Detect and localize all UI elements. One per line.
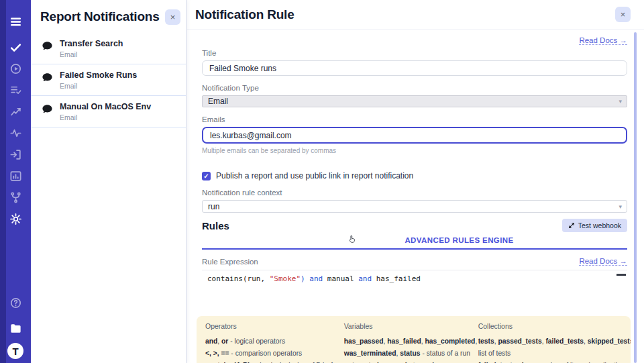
publish-report-label: Publish a report and use public link in …	[216, 171, 413, 180]
branch-icon[interactable]	[5, 187, 26, 208]
webhook-arrows-icon	[568, 222, 575, 229]
list-item[interactable]: Transfer SearchEmail	[31, 33, 186, 64]
emails-input[interactable]	[202, 127, 627, 144]
read-docs-link[interactable]: Read Docs →	[579, 257, 627, 266]
title-input[interactable]	[202, 60, 627, 76]
help-line: failed_tests.size - number of items in c…	[478, 360, 631, 363]
chevron-down-icon: ▾	[619, 98, 622, 105]
publish-report-checkbox-row[interactable]: ✓ Publish a report and use public link i…	[202, 171, 627, 180]
test-webhook-button[interactable]: Test webhook	[562, 219, 627, 232]
notification-title: Manual On MacOS Env	[60, 102, 151, 111]
help-line: has_passed, has_failed, has_completed,	[344, 335, 478, 348]
help-line: and, or - logical operators	[205, 335, 344, 348]
bar-chart-icon[interactable]	[5, 165, 26, 187]
rules-tab-bar: ADVANCED RULES ENGINE	[202, 233, 627, 250]
emails-helper-text: Multiple emails can be separated by comm…	[202, 147, 627, 154]
help-icon[interactable]	[5, 292, 26, 313]
notification-type-value: Email	[208, 97, 228, 106]
app-sidebar: T	[0, 0, 31, 363]
notification-subtitle: Email	[60, 50, 123, 58]
rule-context-select[interactable]: run ▾	[202, 200, 627, 213]
activity-icon[interactable]	[5, 122, 26, 144]
gear-icon[interactable]	[5, 208, 26, 229]
list-item[interactable]: Failed Smoke RunsEmail	[31, 64, 186, 96]
rule-expression-label: Rule Expression	[202, 258, 258, 266]
editor-scroll-dash	[616, 274, 626, 276]
notification-list: Transfer SearchEmailFailed Smoke RunsEma…	[31, 33, 186, 127]
play-circle-icon[interactable]	[5, 58, 26, 79]
help-column-header: Collections	[478, 322, 631, 330]
close-icon[interactable]: ×	[615, 7, 631, 22]
help-line: was_terminated, status - status of a run	[344, 348, 478, 360]
trending-steps-icon[interactable]	[5, 101, 26, 122]
expression-help-panel: Operatorsand, or - logical operators<, >…	[197, 316, 631, 363]
rule-expression-editor[interactable]: contains(run, "Smoke") and manual and ha…	[202, 270, 627, 316]
help-line: <, >, == - comparison operators	[205, 348, 344, 360]
panel-title: Report Notifications	[40, 9, 160, 24]
help-column-header: Variables	[344, 322, 478, 330]
help-column-header: Operators	[205, 322, 344, 330]
test-webhook-label: Test webhook	[578, 221, 621, 229]
help-column-operators: Operatorsand, or - logical operators<, >…	[205, 322, 344, 363]
tab-advanced-rules-engine[interactable]: ADVANCED RULES ENGINE	[405, 236, 513, 244]
list-item[interactable]: Manual On MacOS EnvEmail	[31, 96, 186, 127]
app-window: T Report Notifications × Transfer Search…	[0, 0, 644, 363]
checkbox-checked-icon[interactable]: ✓	[202, 172, 211, 180]
rule-expression-code: contains(run, "Smoke") and manual and ha…	[202, 270, 627, 283]
help-column-variables: Variableshas_passed, has_failed, has_com…	[344, 322, 478, 363]
chat-bubble-icon	[42, 39, 53, 54]
notification-type-select[interactable]: Email ▾	[202, 95, 627, 107]
close-icon[interactable]: ×	[165, 9, 180, 25]
import-icon[interactable]	[5, 144, 26, 165]
report-notifications-panel: Report Notifications × Transfer SearchEm…	[31, 0, 186, 363]
chat-bubble-icon	[42, 70, 53, 86]
help-line: automated, manual - type of a run	[344, 360, 478, 363]
menu-icon[interactable]	[5, 11, 26, 32]
chevron-down-icon: ▾	[619, 203, 622, 209]
notification-subtitle: Email	[60, 82, 137, 90]
help-line: list of tests	[478, 348, 631, 360]
notification-title: Transfer Search	[60, 39, 123, 48]
brand-logo[interactable]: T	[7, 343, 23, 359]
help-line: tests, passed_tests, failed_tests, skipp…	[478, 335, 631, 348]
chat-bubble-icon	[42, 102, 53, 117]
folder-icon[interactable]	[5, 317, 26, 339]
vertical-scrollbar[interactable]	[634, 32, 637, 363]
notification-rule-panel: Notification Rule × Read Docs → Title No…	[186, 0, 644, 363]
rules-heading: Rules	[202, 220, 229, 231]
read-docs-link[interactable]: Read Docs →	[579, 36, 627, 45]
emails-label: Emails	[202, 115, 627, 123]
sidebar-icons	[0, 0, 31, 229]
rule-context-value: run	[208, 202, 219, 211]
help-line: contains(A,B) - checks inclusion of B in…	[205, 360, 344, 363]
cursor-pointer-icon	[347, 234, 357, 244]
sidebar-bottom-icons: T	[0, 292, 31, 359]
help-column-collections: Collectionstests, passed_tests, failed_t…	[478, 322, 631, 363]
list-check-icon[interactable]	[5, 79, 26, 101]
rule-context-label: Notification rule context	[202, 189, 627, 197]
title-label: Title	[202, 49, 627, 57]
notification-type-label: Notification Type	[202, 84, 627, 92]
page-title: Notification Rule	[195, 7, 294, 22]
notification-title: Failed Smoke Runs	[60, 70, 137, 80]
notification-subtitle: Email	[60, 113, 151, 121]
check-icon[interactable]	[5, 36, 26, 58]
